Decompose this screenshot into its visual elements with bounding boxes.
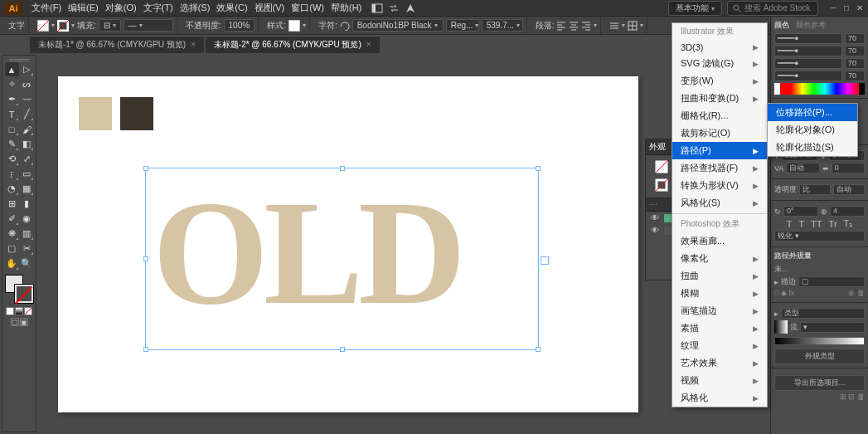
selection-tool[interactable]: ▲ <box>5 62 19 76</box>
artboard-tool[interactable]: ▢ <box>5 241 19 256</box>
menu-item[interactable]: 轮廓化对象(O) <box>768 121 857 139</box>
lasso-tool[interactable]: ᔕ <box>20 77 34 91</box>
opacity-field[interactable]: 100% <box>224 19 255 32</box>
export-selected-button[interactable]: 导出所选项目... <box>774 375 865 391</box>
panel-tab[interactable]: 颜色 <box>774 20 789 31</box>
opacity-field[interactable]: 自动 <box>833 184 865 195</box>
document-tab[interactable]: 未标题-2* @ 66.67% (CMYK/GPU 预览)× <box>206 36 380 53</box>
type-icon[interactable]: Tr <box>829 219 837 229</box>
menu-effect[interactable]: 效果(C) <box>216 2 247 14</box>
stroke-swatch-icon[interactable] <box>655 178 668 192</box>
out-port-handle[interactable] <box>541 256 549 265</box>
window-max-icon[interactable]: □ <box>841 3 851 13</box>
swap-icon[interactable] <box>388 2 400 14</box>
screen-full-icon[interactable]: ▣ <box>20 318 28 326</box>
menu-item[interactable]: 画笔描边▶ <box>672 302 767 319</box>
type-icon[interactable]: T <box>798 219 804 229</box>
menu-item[interactable]: 效果画廊... <box>672 232 767 250</box>
panel-tab[interactable]: 颜色参考 <box>796 20 826 31</box>
stroke-swatch-icon[interactable] <box>57 20 69 32</box>
layout-icon[interactable] <box>371 2 383 14</box>
graph-tool[interactable]: ▥ <box>20 227 34 241</box>
resize-handle[interactable] <box>143 347 148 352</box>
menu-item[interactable]: 风格化(S)▶ <box>672 194 767 212</box>
gradient-bar[interactable] <box>774 337 865 345</box>
eraser-tool[interactable]: ◧ <box>20 137 34 151</box>
mesh-tool[interactable]: ⊞ <box>5 197 19 211</box>
menu-item[interactable]: 像素化▶ <box>672 250 767 267</box>
scale-tool[interactable]: ⤢ <box>20 152 34 166</box>
menu-item[interactable]: 扭曲▶ <box>672 267 767 285</box>
menu-item[interactable]: 转换为形状(V)▶ <box>672 177 767 194</box>
menu-item[interactable]: 栅格化(R)... <box>672 107 767 124</box>
resize-handle[interactable] <box>143 166 148 171</box>
document-tab[interactable]: 未标题-1* @ 66.67% (CMYK/GPU 预览)× <box>30 36 204 53</box>
hand-tool[interactable]: ✋ <box>5 256 19 271</box>
menu-select[interactable]: 选择(S) <box>180 2 211 14</box>
shaper-tool[interactable]: ✎ <box>5 137 19 151</box>
grid-icon[interactable] <box>628 21 638 31</box>
blend-tool[interactable]: ◉ <box>20 212 34 226</box>
resize-handle[interactable] <box>536 166 541 171</box>
menu-item[interactable]: 变形(W)▶ <box>672 72 767 90</box>
window-min-icon[interactable]: ─ <box>828 3 838 13</box>
fill-swatch-icon[interactable] <box>655 160 668 173</box>
stream-field[interactable]: ▾ <box>800 322 865 333</box>
style-swatch-icon[interactable] <box>289 20 300 32</box>
magic-wand-tool[interactable]: ✧ <box>5 77 19 91</box>
stroke-swatch[interactable]: ▢ <box>798 276 865 287</box>
align-center-icon[interactable] <box>569 21 579 31</box>
pen-tool[interactable]: ✒ <box>5 92 19 106</box>
paintbrush-tool[interactable]: 🖌 <box>20 122 34 136</box>
menu-item[interactable]: 艺术效果▶ <box>672 354 767 372</box>
font-family[interactable]: BodoniNo1BP Black ▾ <box>352 19 444 32</box>
resize-handle[interactable] <box>143 256 148 261</box>
touch-type-icon[interactable] <box>340 21 350 31</box>
menu-item[interactable]: 素描▶ <box>672 319 767 337</box>
line-tool[interactable]: ╱ <box>20 107 34 121</box>
gradient-swatch-icon[interactable] <box>774 320 788 334</box>
send-icon[interactable] <box>405 2 416 14</box>
type-icon[interactable]: T <box>787 219 793 229</box>
spectrum-bar[interactable] <box>774 83 865 95</box>
eyedropper-tool[interactable]: ✐ <box>5 212 19 226</box>
menu-item[interactable]: 轮廓化描边(S) <box>768 139 857 156</box>
menu-item-path[interactable]: 路径(P)▶ <box>672 142 767 159</box>
stroke-color-icon[interactable] <box>15 285 33 303</box>
text-frame[interactable]: OLD <box>145 168 539 350</box>
fill-stroke-swatches[interactable] <box>5 275 33 303</box>
color-value[interactable]: 70 <box>845 33 865 44</box>
workspace-switcher[interactable]: 基本功能 ▾ <box>668 1 722 16</box>
color-slider[interactable]: ━━━━● <box>774 71 842 81</box>
close-icon[interactable]: × <box>366 40 371 49</box>
resize-handle[interactable] <box>340 347 345 352</box>
symbol-sprayer-tool[interactable]: ❋ <box>5 227 19 241</box>
menu-item[interactable]: 路径查找器(F)▶ <box>672 159 767 177</box>
window-close-icon[interactable]: ✕ <box>855 3 865 13</box>
resize-handle[interactable] <box>536 347 541 352</box>
type-icon[interactable]: TT <box>811 219 822 229</box>
menu-object[interactable]: 对象(O) <box>105 2 137 14</box>
rotate-field[interactable]: 0° <box>783 206 818 217</box>
menu-help[interactable]: 帮助(H) <box>331 2 361 14</box>
menu-item-offset-path[interactable]: 位移路径(P)... <box>768 104 857 121</box>
color-value[interactable]: 70 <box>845 46 865 56</box>
width-tool[interactable]: ⫶ <box>5 167 19 181</box>
menu-file[interactable]: 文件(F) <box>32 2 61 14</box>
type-icon[interactable]: T₁ <box>844 218 853 229</box>
panel-grip-icon[interactable] <box>9 59 29 61</box>
visibility-icon[interactable]: 👁 <box>651 226 659 235</box>
panel-grip-icon[interactable]: ⋯ <box>649 200 657 209</box>
free-transform-tool[interactable]: ▭ <box>20 167 34 181</box>
menu-item[interactable]: 3D(3)▶ <box>672 40 767 55</box>
curvature-tool[interactable]: 〰 <box>20 92 34 106</box>
align-right-icon[interactable] <box>581 21 591 31</box>
visibility-icon[interactable]: 👁 <box>651 213 659 222</box>
kerning-field[interactable]: 自动 <box>786 163 819 173</box>
aa-field[interactable]: 锐化 ▾ <box>774 231 865 241</box>
shape-builder-tool[interactable]: ◔ <box>5 182 19 196</box>
font-weight[interactable]: Reg...▾ <box>446 19 479 32</box>
color-slider[interactable]: ━━━━● <box>774 58 842 69</box>
direct-selection-tool[interactable]: ▷ <box>20 62 34 76</box>
menu-window[interactable]: 窗口(W) <box>291 2 324 14</box>
